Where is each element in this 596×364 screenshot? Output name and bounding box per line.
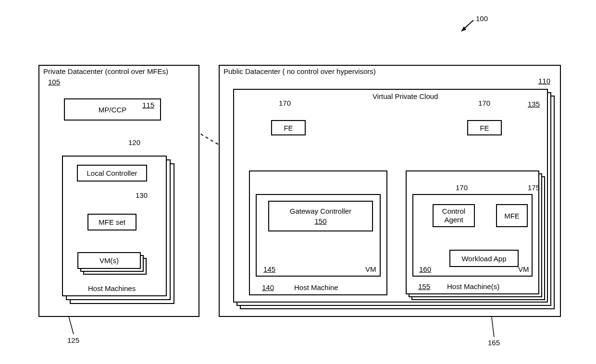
host2-label: Host Machine(s) (447, 282, 499, 291)
mfe-set-box: MFE set (87, 214, 137, 231)
vms-label: VM(s) (99, 256, 119, 265)
control-agent-box: Control Agent (433, 204, 475, 227)
figure-ref-label: 100 (476, 14, 488, 23)
fe-right-ref: 170 (478, 99, 490, 107)
svg-marker-1 (461, 26, 466, 31)
fe-left-ref: 170 (279, 99, 291, 107)
public-dc-title: Public Datacenter ( no control over hype… (224, 67, 376, 75)
mpccp-label: MP/CCP (99, 106, 126, 114)
host1-vm-ref: 145 (263, 265, 275, 273)
mfe-set-label: MFE set (99, 218, 125, 226)
vpc-ref: 135 (528, 100, 540, 108)
fe-right-label: FE (480, 124, 489, 132)
mfe-label: MFE (504, 212, 520, 220)
svg-line-0 (461, 20, 473, 31)
control-agent-ref: 170 (456, 183, 468, 192)
gateway-controller-label: Gateway Controller (290, 207, 351, 215)
mfe-set-ref: 130 (136, 191, 148, 199)
local-controller-ref: 120 (128, 138, 140, 146)
host2-ref: 155 (418, 282, 430, 291)
mfe-ref: 175 (528, 183, 540, 192)
workload-app-box: Workload App (449, 250, 519, 267)
host2-vm-label: VM (518, 265, 529, 273)
local-controller-box: Local Controller (77, 165, 147, 182)
gateway-controller-box: Gateway Controller 150 (268, 201, 373, 231)
private-dc-title: Private Datacenter (control over MFEs) (43, 67, 168, 75)
control-agent-label: Control Agent (434, 207, 474, 224)
host-machines-label: Host Machines (88, 284, 136, 292)
workload-app-ref: 165 (488, 339, 500, 347)
host-machines-ref: 125 (67, 336, 79, 344)
host1-ref: 140 (262, 283, 274, 291)
fe-right-box: FE (467, 120, 502, 135)
public-dc-ref: 110 (538, 77, 550, 85)
vpc-title: Virtual Private Cloud (372, 92, 438, 100)
private-dc-ref: 105 (48, 78, 60, 86)
mpccp-ref: 115 (142, 101, 154, 109)
mfe-box: MFE (496, 204, 528, 227)
host2-vm-ref: 160 (419, 265, 431, 273)
host1-vm-label: VM (365, 265, 376, 273)
local-controller-label: Local Controller (87, 169, 137, 177)
workload-app-label: Workload App (461, 255, 506, 263)
fe-left-label: FE (284, 124, 293, 132)
fe-left-box: FE (271, 120, 306, 135)
gateway-controller-ref: 150 (314, 217, 326, 225)
vms-box: VM(s) (77, 252, 141, 269)
host1-label: Host Machine (294, 283, 338, 291)
